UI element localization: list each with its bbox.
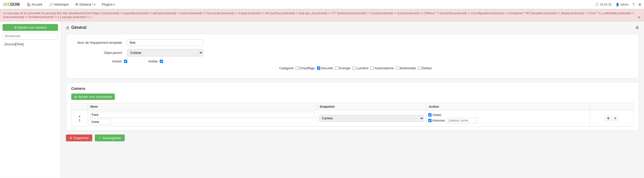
sidebar: ⊕ Ajouter une camera [Aucun][Test] xyxy=(0,21,61,178)
activate-checkbox[interactable] xyxy=(124,60,127,63)
lifetime-input[interactable] xyxy=(447,118,477,123)
cat-automatisme-checkbox[interactable] xyxy=(370,66,374,70)
sidebar-item-test[interactable]: [Aucun][Test] xyxy=(3,41,58,47)
drag-handle-icon[interactable]: ● xyxy=(79,114,81,118)
cat-lumiere-label: Lumière xyxy=(356,66,368,70)
historiser-text: Historiser xyxy=(432,119,445,122)
th-nom-label: Nom xyxy=(91,105,98,108)
snapshot-cell: Caméra xyxy=(317,110,426,126)
nav-right: 🕐 19:41:32 👤 admin ? ⚙ xyxy=(595,3,641,7)
brand-logo[interactable]: JEEDOM xyxy=(3,2,20,7)
snapshot-select[interactable]: Caméra xyxy=(319,115,424,122)
plus-icon: ⊕ xyxy=(14,26,17,29)
username: admin xyxy=(620,3,629,6)
copy-row-button[interactable]: ⎘ xyxy=(613,116,618,121)
section-title: Général xyxy=(71,25,86,30)
category-label: Catégorie xyxy=(273,66,294,70)
add-command-label: Ajouter une commande xyxy=(78,95,112,99)
nav-general[interactable]: ⚙ Général ! ▾ xyxy=(72,0,98,9)
caret-down-icon-2: ▾ xyxy=(114,3,115,6)
search-input[interactable] xyxy=(3,33,58,39)
close-error-icon[interactable]: ✕ xyxy=(638,15,641,20)
cat-lumiere-checkbox[interactable] xyxy=(352,66,356,70)
nav-general-label: Général ! xyxy=(79,3,93,6)
cat-automatisme-label: Automatisme xyxy=(374,66,394,70)
delete-label: Supprimer xyxy=(74,136,89,140)
category-energie: Energie xyxy=(335,66,350,70)
add-camera-button[interactable]: ⊕ Ajouter une camera xyxy=(3,24,58,31)
footer-buttons: ⊖ Supprimer ✓ Sauvegarder xyxy=(66,135,639,141)
nav-menu: 🏠 Accueil 📈 Historique ⚙ Général ! ▾ Plu… xyxy=(24,0,595,9)
parent-object-select[interactable]: Cuisine xyxy=(127,49,203,56)
cat-chauffage-checkbox[interactable] xyxy=(296,66,299,70)
nav-settings-icon[interactable]: ⚙ xyxy=(638,3,641,7)
error-message: Le sous-type de la commande ne peut pas … xyxy=(3,12,634,18)
action-cell: Visible Historiser xyxy=(426,110,590,126)
visible-checkbox[interactable] xyxy=(160,60,163,63)
delete-button[interactable]: ⊖ Supprimer xyxy=(66,135,92,141)
th-snapshot-label: Snapshot xyxy=(320,105,335,108)
nav-plugins[interactable]: Plugins ▾ xyxy=(99,0,118,9)
general-icon: ⊙ xyxy=(66,25,69,30)
clock-icon: 🕐 xyxy=(595,3,599,6)
camera-section: Camera ⊕ Ajouter une commande Nom Snapsh… xyxy=(66,82,639,131)
cat-securite-checkbox[interactable] xyxy=(317,66,320,70)
equipment-name-row: Nom de l'équipement template xyxy=(71,39,634,46)
category-lumiere: Lumière xyxy=(352,66,368,70)
cat-securite-label: Sécurité xyxy=(321,66,333,70)
caret-down-icon: ▾ xyxy=(94,3,95,6)
parent-object-row: Objet parent Cuisine xyxy=(71,49,634,56)
content-area: ⊙ Général ⚙ Nom de l'équipement template… xyxy=(61,21,644,178)
nav-accueil-label: Accueil xyxy=(32,3,42,6)
row-visible-checkbox[interactable] xyxy=(428,113,432,117)
save-icon: ✓ xyxy=(98,136,101,140)
visible-group: Visible xyxy=(142,59,163,63)
command-name-input[interactable] xyxy=(90,112,315,118)
th-action-label: Action xyxy=(429,105,439,108)
activate-group: Activer xyxy=(71,59,127,63)
parent-object-label: Objet parent xyxy=(71,51,122,55)
category-multimedia: Multimedia xyxy=(396,66,416,70)
th-snapshot: Snapshot xyxy=(317,103,426,110)
plus-icon-2: ⊕ xyxy=(74,95,77,99)
section-header: ⊙ Général ⚙ xyxy=(66,25,639,30)
sidebar-item-label: [Aucun][Test] xyxy=(5,42,24,46)
main-layout: ⊕ Ajouter une camera [Aucun][Test] ⊙ Gén… xyxy=(0,21,644,178)
visible-action-row: Visible xyxy=(428,113,588,117)
user-display[interactable]: 👤 admin xyxy=(616,3,629,6)
activate-visible-row: Activer Visible xyxy=(71,59,634,63)
row-action-buttons: ⚙ ⎘ xyxy=(592,116,631,121)
nav-historique[interactable]: 📈 Historique xyxy=(46,0,72,9)
cat-multimedia-checkbox[interactable] xyxy=(396,66,399,70)
row-number-cell: ● 1 xyxy=(71,110,88,126)
settings-row-button[interactable]: ⚙ xyxy=(605,116,612,121)
category-defaut: Defaut xyxy=(418,66,432,70)
cat-energie-checkbox[interactable] xyxy=(335,66,338,70)
cat-energie-label: Energie xyxy=(339,66,350,70)
visible-action-text: Visible xyxy=(432,113,441,117)
commands-table: Nom Snapshot Action ● xyxy=(71,103,634,127)
save-button[interactable]: ✓ Sauvegarder xyxy=(95,135,125,141)
row-number: 1 xyxy=(74,118,86,122)
equipment-name-label: Nom de l'équipement template xyxy=(71,41,122,45)
category-automatisme: Automatisme xyxy=(370,66,394,70)
table-row: ● 1 Caméra xyxy=(71,110,634,126)
navbar: JEEDOM 🏠 Accueil 📈 Historique ⚙ Général … xyxy=(0,0,644,9)
historiser-checkbox[interactable] xyxy=(428,119,432,122)
help-icon[interactable]: ? xyxy=(632,3,634,7)
cat-multimedia-label: Multimedia xyxy=(400,66,416,70)
nav-historique-label: Historique xyxy=(54,3,69,6)
th-action: Action xyxy=(426,103,590,110)
cat-defaut-checkbox[interactable] xyxy=(418,66,421,70)
equipment-name-input[interactable] xyxy=(127,39,203,46)
add-command-button[interactable]: ⊕ Ajouter une commande xyxy=(71,94,115,100)
user-icon: 👤 xyxy=(616,3,619,6)
nav-plugins-label: Plugins xyxy=(102,3,113,6)
th-empty xyxy=(71,103,88,110)
brand-jee: JEE xyxy=(3,2,10,7)
section-gear-icon[interactable]: ⚙ xyxy=(635,25,639,30)
nav-accueil[interactable]: 🏠 Accueil xyxy=(24,0,45,9)
error-banner: Le sous-type de la commande ne peut pas … xyxy=(0,9,644,21)
command-icon-input[interactable] xyxy=(90,119,110,125)
gear-nav-icon: ⚙ xyxy=(75,3,78,6)
